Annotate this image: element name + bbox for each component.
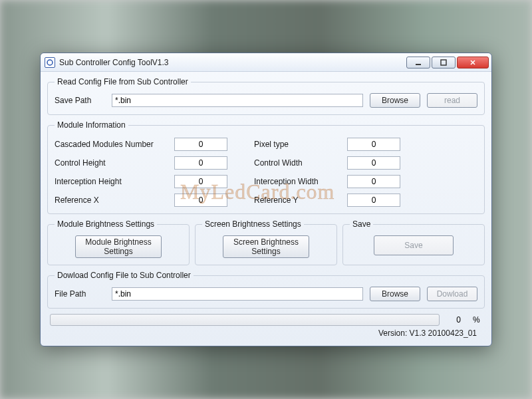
file-path-label: File Path [55,289,105,299]
interception-height-input[interactable] [174,175,227,188]
control-height-input[interactable] [174,156,227,170]
download-config-legend: Dowload Config File to Sub Controller [55,271,194,280]
module-brightness-button[interactable]: Module Brightness Settings [75,235,162,258]
module-brightness-group: Module Brightness Settings Module Bright… [47,219,190,265]
interception-width-input[interactable] [347,175,400,188]
control-width-input[interactable] [347,156,400,170]
module-info-group: Module Information Cascaded Modules Numb… [47,120,485,214]
pixel-type-input[interactable] [347,138,400,151]
reference-y-input[interactable] [347,194,400,207]
save-path-label: Save Path [55,96,105,105]
screen-brightness-group: Screen Brightness Settings Screen Bright… [195,219,337,265]
browse-download-button[interactable]: Browse [370,287,420,301]
control-width-label: Control Width [254,158,347,168]
percent-symbol: % [473,315,482,325]
app-icon [45,57,55,68]
read-config-legend: Read Config File from Sub Controller [55,77,191,86]
pixel-type-label: Pixel type [254,140,347,149]
download-button[interactable]: Dowload [427,287,477,301]
interception-width-label: Interception Width [254,177,347,186]
titlebar[interactable]: Sub Controller Config ToolV1.3 [41,53,491,72]
reference-y-label: Reference Y [254,196,347,205]
interception-height-label: Interception Height [55,177,174,186]
cascaded-input[interactable] [174,138,227,151]
svg-rect-0 [416,64,421,65]
read-button[interactable]: read [427,93,477,108]
browse-read-button[interactable]: Browse [370,93,420,108]
minimize-button[interactable] [406,57,430,68]
app-window: Sub Controller Config ToolV1.3 Read Conf… [40,53,492,346]
reference-x-input[interactable] [174,194,227,207]
save-button[interactable]: Save [374,235,454,255]
maximize-button[interactable] [432,57,456,68]
screen-brightness-legend: Screen Brightness Settings [202,219,304,229]
version-label: Version: V1.3 20100423_01 [47,329,485,338]
save-path-input[interactable] [112,94,363,107]
cascaded-label: Cascaded Modules Number [55,140,174,149]
module-info-legend: Module Information [55,120,128,130]
read-config-group: Read Config File from Sub Controller Sav… [47,77,485,115]
reference-x-label: Reference X [55,196,174,205]
window-title: Sub Controller Config ToolV1.3 [59,58,169,67]
control-height-label: Control Height [55,158,174,168]
download-config-group: Dowload Config File to Sub Controller Fi… [47,271,485,309]
progress-bar [50,314,440,326]
progress-value: 0 [452,315,461,325]
svg-rect-1 [441,60,446,65]
close-button[interactable] [457,57,489,68]
save-group: Save Save [342,219,485,265]
screen-brightness-button[interactable]: Screen Brightness Settings [223,235,309,258]
file-path-input[interactable] [112,287,363,301]
save-legend: Save [350,219,373,229]
module-brightness-legend: Module Brightness Settings [55,219,157,229]
